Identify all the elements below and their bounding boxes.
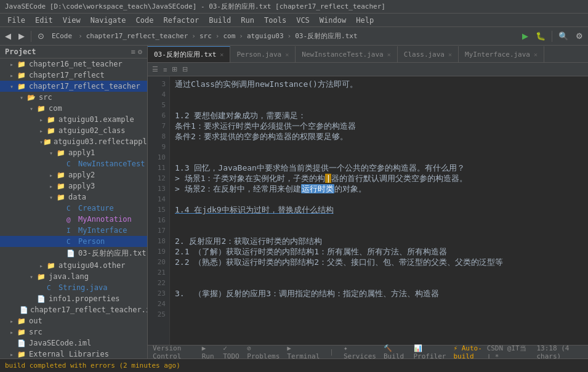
- menu-code[interactable]: Code: [131, 15, 159, 26]
- toolbar-sep1: [31, 31, 31, 42]
- highlight-runtime: 运行时类: [301, 184, 334, 193]
- menu-view[interactable]: View: [58, 15, 86, 26]
- menu-file[interactable]: File: [2, 15, 30, 26]
- tree-label-person: Person: [78, 237, 105, 246]
- tree-item-atguigu04[interactable]: ▸ 📁 atguigu04.other: [0, 260, 147, 271]
- code-line-4: [175, 89, 583, 100]
- tree-label-atguigu03: atguigu03.reflectapply: [54, 137, 147, 146]
- code-line-14: [175, 194, 583, 204]
- tree-label-apply1: apply1: [68, 148, 95, 157]
- todo-btn[interactable]: ✓ TODO: [223, 344, 240, 359]
- java-icon: C: [66, 160, 76, 168]
- code-line-3: 通过Class的实例调用newInstance()方法即可。: [175, 79, 583, 89]
- filetab-newinstance[interactable]: NewInstanceTest.java ✕: [296, 46, 397, 62]
- menu-edit[interactable]: Edit: [30, 15, 58, 26]
- terminal-btn[interactable]: ▶ Terminal: [287, 344, 320, 359]
- project-icons: ≡ ⚙: [131, 47, 142, 56]
- tree-item-person[interactable]: C Person: [0, 236, 147, 247]
- run-status-btn[interactable]: ▶ Run: [202, 344, 216, 359]
- tree-item-chapter17[interactable]: ▸ 📁 chapter17_reflect: [0, 70, 147, 81]
- filetab-label: Person.java: [236, 51, 281, 59]
- tree-item-com[interactable]: ▾ 📁 com: [0, 103, 147, 114]
- titlebar: JavaSECode [D:\code\workspace_teach\Java…: [0, 0, 588, 14]
- tree-item-apply2[interactable]: ▸ 📁 apply2: [0, 169, 147, 180]
- autobuild-btn[interactable]: ⚡ Auto-build: [453, 344, 486, 359]
- menu-refactor[interactable]: Refactor: [158, 15, 204, 26]
- tree-item-data[interactable]: ▾ 📁 data: [0, 192, 147, 203]
- version-control-btn[interactable]: Version Control: [153, 344, 195, 359]
- tree-item-out[interactable]: ▸ 📁 out: [0, 315, 147, 326]
- filetab-class[interactable]: Class.java ✕: [398, 46, 459, 62]
- build-btn[interactable]: 🔨 Build: [384, 344, 406, 359]
- tree-item-src[interactable]: ▾ 📂 src: [0, 92, 147, 103]
- folder-icon: 📁: [47, 262, 57, 270]
- tree-item-apply1[interactable]: ▾ 📁 apply1: [0, 147, 147, 158]
- filetab-myinterface[interactable]: MyInterface.java ✕: [459, 46, 544, 62]
- menu-run[interactable]: Run: [236, 15, 259, 26]
- interface-icon: I: [66, 227, 76, 235]
- tree-item-chapter16[interactable]: ▸ 📁 chapter16_net_teacher: [0, 59, 147, 70]
- tree-item-creature[interactable]: C Creature: [0, 203, 147, 214]
- close-tab-icon[interactable]: ✕: [448, 51, 452, 58]
- tree-item-apply3[interactable]: ▸ 📁 apply3: [0, 180, 147, 192]
- tree-item-external-libs[interactable]: ▸ 📁 External Libraries: [0, 349, 147, 358]
- recent-files-button[interactable]: ⊙: [35, 30, 47, 42]
- tree-item-javasecode-iml[interactable]: 📄 JavaSECode.iml: [0, 338, 147, 349]
- menu-help[interactable]: Help: [351, 15, 379, 26]
- menu-window[interactable]: Window: [315, 15, 351, 26]
- tree-item-src-root[interactable]: ▸ 📁 src: [0, 326, 147, 338]
- bookmark-btn[interactable]: ⊞: [170, 65, 179, 74]
- tree-item-javalang[interactable]: ▾ 📁 java.lang: [0, 271, 147, 282]
- collapse-icon[interactable]: ≡: [131, 47, 135, 56]
- menubar: File Edit View Navigate Code Refactor Bu…: [0, 14, 588, 27]
- tree-item-txt[interactable]: 📄 03-反射的应用.txt: [0, 247, 147, 260]
- arrow-chapter16: ▸: [10, 61, 17, 68]
- hierarchy-btn[interactable]: ≡: [161, 65, 169, 74]
- filetab-person[interactable]: Person.java ✕: [230, 46, 296, 62]
- menu-navigate[interactable]: Navigate: [86, 15, 131, 26]
- gear-icon[interactable]: ⚙: [138, 47, 142, 56]
- line-num-10: 10: [158, 152, 166, 163]
- code-line-23: 3. （掌握）反射的应用3：调用指定的结构：指定的属性、方法、构造器: [175, 288, 583, 299]
- tree-item-atguigu03[interactable]: ▾ 📁 atguigu03.reflectapply: [0, 136, 147, 147]
- iml-icon: 📄: [17, 339, 27, 347]
- tree-item-properties[interactable]: 📄 info1.properties: [0, 293, 147, 304]
- tree-item-iml[interactable]: 📄 chapter17_reflect_teacher.iml: [0, 304, 147, 315]
- layout-btn[interactable]: ⊟: [180, 65, 190, 74]
- settings-button[interactable]: ⚙: [573, 30, 586, 42]
- run-button[interactable]: ▶: [520, 30, 531, 42]
- build-message: build completed with errors (2 minutes a…: [5, 362, 180, 370]
- close-tab-icon[interactable]: ✕: [220, 51, 224, 58]
- menu-tools[interactable]: Tools: [259, 15, 291, 26]
- tree-item-myinterface[interactable]: I MyInterface: [0, 225, 147, 236]
- tree-item-atguigu01[interactable]: ▸ 📁 atguigu01.example: [0, 114, 147, 125]
- tree-item-chapter17-teacher[interactable]: ▾ 📁 chapter17_reflect_teacher: [0, 81, 147, 92]
- problems-btn[interactable]: ⊘ Problems: [247, 344, 280, 359]
- tree-item-atguigu02[interactable]: ▸ 📁 atguigu02_class: [0, 125, 147, 136]
- java-icon: C: [66, 204, 76, 212]
- folder-icon: 📁: [17, 83, 27, 91]
- close-tab-icon[interactable]: ✕: [285, 51, 289, 58]
- forward-button[interactable]: ▶: [16, 30, 27, 42]
- tree-label-apply3: apply3: [68, 182, 95, 190]
- code-editor: 3 4 5 6 7 8 9 10 11 12 13 14 15 16 17 18: [148, 76, 588, 345]
- line-num-13: 13: [158, 184, 166, 194]
- tree-label-chapter17-teacher: chapter17_reflect_teacher: [29, 82, 140, 91]
- close-tab-icon[interactable]: ✕: [534, 51, 538, 58]
- menu-vcs[interactable]: VCS: [291, 15, 315, 26]
- services-btn[interactable]: ✦ Services: [344, 344, 376, 359]
- structure-btn[interactable]: ☰: [150, 65, 160, 74]
- debug-button[interactable]: 🐛: [533, 30, 548, 42]
- profiler-btn[interactable]: 📊 Profiler: [414, 344, 446, 359]
- tree-item-myannotation[interactable]: @ MyAnnotation: [0, 214, 147, 225]
- back-button[interactable]: ◀: [2, 30, 14, 42]
- search-button[interactable]: 🔍: [556, 30, 571, 42]
- code-content[interactable]: 通过Class的实例调用newInstance()方法即可。 1.2 要想创建对…: [170, 76, 588, 345]
- tree-item-newinstancetest[interactable]: C NewInstanceTest: [0, 158, 147, 169]
- menu-build[interactable]: Build: [204, 15, 236, 26]
- line-num-25: 25: [158, 309, 166, 320]
- line-num-5: 5: [161, 100, 166, 110]
- tree-item-string[interactable]: C String.java: [0, 282, 147, 293]
- close-tab-icon[interactable]: ✕: [387, 51, 391, 58]
- filetab-03txt[interactable]: 03-反射的应用.txt ✕: [148, 46, 230, 62]
